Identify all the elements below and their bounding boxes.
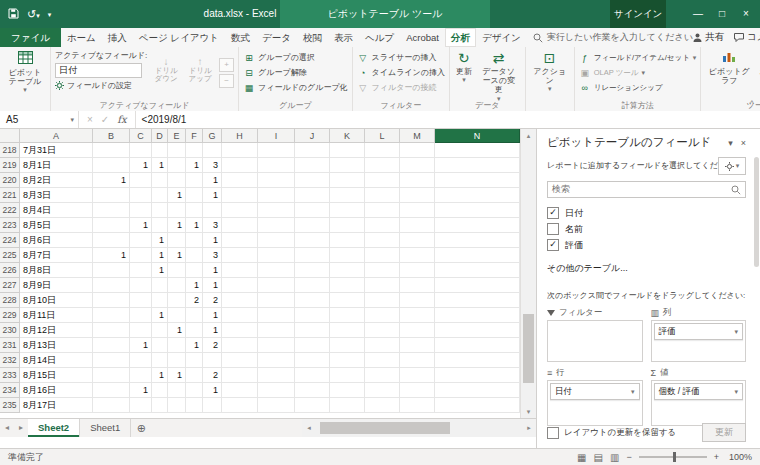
search-input[interactable]: 検索: [547, 181, 746, 198]
row-header[interactable]: 224: [0, 233, 20, 248]
ribbon-tab[interactable]: ヘルプ: [359, 28, 400, 47]
row-header[interactable]: 218: [0, 143, 20, 158]
grid-cell[interactable]: [186, 353, 203, 368]
ribbon-tab[interactable]: 校閲: [297, 28, 328, 47]
field-checkbox[interactable]: [547, 223, 559, 235]
sheet-nav-left-icon[interactable]: ◂: [0, 419, 14, 437]
grid-cell[interactable]: [222, 173, 258, 188]
grid-cell[interactable]: [130, 188, 152, 203]
grid-cell[interactable]: [222, 338, 258, 353]
grid-cell[interactable]: [93, 338, 130, 353]
column-header[interactable]: B: [93, 129, 130, 143]
grid-cell[interactable]: 1: [152, 308, 168, 323]
normal-view-icon[interactable]: ▦: [577, 452, 586, 463]
grid-cell[interactable]: [186, 233, 203, 248]
grid-cell[interactable]: [130, 398, 152, 413]
tools-gear-button[interactable]: ▾: [718, 157, 746, 175]
share-button[interactable]: 共有: [693, 28, 724, 47]
field-checkbox[interactable]: ✓: [547, 239, 559, 251]
grid-cell[interactable]: [365, 233, 400, 248]
grid-cell[interactable]: [186, 323, 203, 338]
grid-cell[interactable]: 3: [203, 158, 222, 173]
ribbon-button[interactable]: ◔タイムラインの挿入: [357, 65, 445, 80]
grid-cell[interactable]: [295, 158, 330, 173]
grid-cell[interactable]: [186, 308, 203, 323]
column-header[interactable]: M: [400, 129, 435, 143]
field-item[interactable]: ✓評価: [547, 237, 746, 253]
column-header[interactable]: H: [222, 129, 258, 143]
vertical-scrollbar[interactable]: ▴ ▾: [520, 129, 536, 418]
grid-cell[interactable]: [258, 188, 295, 203]
grid-cell[interactable]: [435, 353, 520, 368]
grid-cell[interactable]: 1: [168, 188, 186, 203]
grid-cell[interactable]: [258, 203, 295, 218]
grid-cell[interactable]: [330, 158, 365, 173]
grid-cell[interactable]: 1: [130, 338, 152, 353]
column-header[interactable]: F: [186, 129, 203, 143]
ribbon-button[interactable]: ƒフィールド/アイテム/セット▾: [579, 50, 697, 65]
grid-cell[interactable]: [365, 143, 400, 158]
grid-cell[interactable]: [152, 338, 168, 353]
ribbon-button[interactable]: ▽フィルターの接続: [357, 80, 445, 95]
grid-cell[interactable]: [400, 308, 435, 323]
grid-cell[interactable]: [130, 368, 152, 383]
grid-cell[interactable]: 2: [203, 368, 222, 383]
grid-cell[interactable]: [435, 143, 520, 158]
grid-cell[interactable]: [365, 158, 400, 173]
row-header[interactable]: 229: [0, 308, 20, 323]
page-break-view-icon[interactable]: ▥: [610, 452, 619, 463]
row-header[interactable]: 231: [0, 338, 20, 353]
grid-cell[interactable]: [435, 158, 520, 173]
drill-up-button[interactable]: ↑ ドリルアップ: [185, 50, 215, 91]
grid-cell[interactable]: [130, 233, 152, 248]
grid-cell[interactable]: [258, 158, 295, 173]
grid-cell[interactable]: [186, 368, 203, 383]
grid-cell[interactable]: 8月11日: [20, 308, 93, 323]
grid-cell[interactable]: [186, 203, 203, 218]
grid-cell[interactable]: [295, 308, 330, 323]
row-header[interactable]: 221: [0, 188, 20, 203]
select-all-corner[interactable]: [0, 129, 20, 143]
grid-cell[interactable]: [152, 278, 168, 293]
grid-cell[interactable]: [93, 323, 130, 338]
grid-cell[interactable]: [435, 278, 520, 293]
sheet-tab[interactable]: Sheet2: [28, 419, 80, 437]
grid-cell[interactable]: [400, 203, 435, 218]
grid-cell[interactable]: [258, 173, 295, 188]
grid-cell[interactable]: 1: [203, 323, 222, 338]
grid-cell[interactable]: [400, 263, 435, 278]
row-header[interactable]: 220: [0, 173, 20, 188]
expand-field-button[interactable]: +: [219, 58, 234, 72]
sign-in-button[interactable]: サインイン: [610, 0, 666, 28]
grid-cell[interactable]: [93, 278, 130, 293]
grid-cell[interactable]: [330, 323, 365, 338]
grid-cell[interactable]: [93, 293, 130, 308]
grid-cell[interactable]: [222, 323, 258, 338]
grid-cell[interactable]: [130, 278, 152, 293]
grid-cell[interactable]: [222, 143, 258, 158]
grid-cell[interactable]: [168, 398, 186, 413]
grid-cell[interactable]: [365, 248, 400, 263]
undo-icon[interactable]: ↺▾: [27, 9, 40, 20]
grid-cell[interactable]: [186, 188, 203, 203]
grid-cell[interactable]: [435, 398, 520, 413]
grid-cell[interactable]: 1: [152, 263, 168, 278]
grid-cell[interactable]: [330, 143, 365, 158]
grid-cell[interactable]: 1: [168, 323, 186, 338]
grid-cell[interactable]: [168, 233, 186, 248]
column-header[interactable]: A: [20, 129, 93, 143]
new-sheet-button[interactable]: ⊕: [131, 419, 151, 437]
grid-cell[interactable]: 8月7日: [20, 248, 93, 263]
grid-cell[interactable]: [258, 398, 295, 413]
grid-cell[interactable]: [295, 143, 330, 158]
actions-group-button[interactable]: ⊡ アクション ▾: [526, 47, 575, 111]
grid-cell[interactable]: [93, 188, 130, 203]
grid-cell[interactable]: [152, 398, 168, 413]
grid-cell[interactable]: [168, 293, 186, 308]
recommended-pivottables-button[interactable]: おすすめピボットテーブル: [756, 50, 760, 86]
grid-cell[interactable]: [258, 248, 295, 263]
grid-cell[interactable]: 8月13日: [20, 338, 93, 353]
grid-cell[interactable]: [203, 353, 222, 368]
grid-cell[interactable]: [203, 203, 222, 218]
grid-cell[interactable]: 1: [168, 248, 186, 263]
